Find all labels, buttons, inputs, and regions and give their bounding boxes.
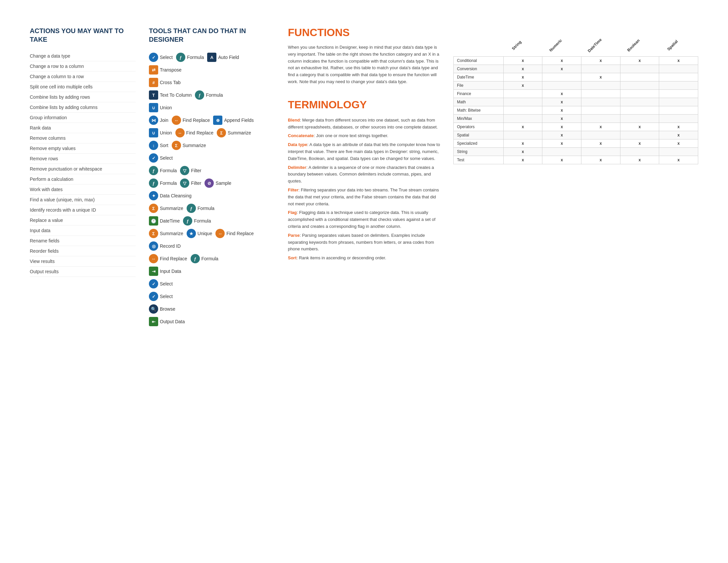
tool-item: ✓Select: [149, 279, 173, 289]
tool-item: ⇄Transpose: [149, 65, 182, 74]
tool-icon: ƒ: [195, 90, 204, 100]
tool-label: Find Replace: [160, 256, 187, 261]
term-entry: Sort: Rank items in ascending or descend…: [288, 255, 440, 261]
tool-label: Find Replace: [186, 130, 214, 135]
table-cell: x: [620, 156, 659, 164]
tool-icon: ↔: [172, 116, 181, 125]
tool-row: ↔Find ReplaceƒFormula: [149, 252, 275, 265]
term-label: Flag: [288, 210, 297, 215]
action-item: Group information: [30, 113, 136, 123]
term-definition: : Rank items in ascending or descending …: [296, 255, 386, 260]
table-row: Min/Maxx: [454, 114, 698, 122]
term-definition: : Merge data from different sources into…: [288, 117, 438, 129]
table-row: Filex: [454, 81, 698, 89]
action-item: Change a column to a row: [30, 71, 136, 82]
term-definition: : Parsing separates values based on deli…: [288, 233, 434, 252]
tool-icon: ↔: [149, 254, 158, 263]
table-cell: x: [542, 98, 581, 106]
tool-item: ƒFormula: [176, 53, 204, 62]
action-item: Output results: [30, 266, 136, 277]
tool-item: #Cross Tab: [149, 78, 181, 87]
term-entry: Data type: A data type is an attribute o…: [288, 141, 440, 162]
action-item: Replace a value: [30, 215, 136, 225]
tool-label: Auto Field: [218, 55, 239, 60]
tool-row: ✓Select: [149, 152, 275, 164]
tool-item: ✓Select: [149, 153, 173, 163]
actions-list: Change a data typeChange a row to a colu…: [30, 51, 136, 277]
row-label: Math: Bitwise: [454, 106, 504, 114]
tool-icon: ∪: [149, 103, 158, 112]
col-label: Spatial: [664, 36, 681, 54]
table-cell: x: [542, 114, 581, 122]
table-cell: x: [503, 139, 542, 147]
table-cell: [659, 73, 698, 81]
row-label: Operators: [454, 122, 504, 131]
table-col-header: Numeric: [542, 26, 581, 56]
tool-item: ⊘Sample: [205, 178, 231, 188]
table-cell: [581, 114, 620, 122]
table-row: Financex: [454, 89, 698, 98]
tool-row: ƒFormula▽Filter⊘Sample: [149, 177, 275, 189]
action-item: Work with dates: [30, 184, 136, 195]
tool-row: #Cross Tab: [149, 76, 275, 89]
tool-row: 🔍Browse: [149, 303, 275, 315]
tool-label: Cross Tab: [160, 80, 181, 85]
table-cell: x: [659, 156, 698, 164]
tool-item: ▽Filter: [180, 166, 201, 175]
action-item: Identify records with a unique ID: [30, 205, 136, 215]
table-row: Conversionxx: [454, 65, 698, 73]
tool-row: ↕SortΣSummarize: [149, 139, 275, 152]
tool-label: Join: [160, 117, 168, 123]
table-row: Stringx: [454, 147, 698, 156]
table-cell: x: [620, 56, 659, 65]
table-cell: x: [503, 81, 542, 89]
tool-icon: ⇄: [149, 65, 158, 74]
row-label: String: [454, 147, 504, 156]
col-label: Numeric: [547, 36, 564, 54]
table-cell: [581, 147, 620, 156]
tool-item: ƒFormula: [183, 216, 211, 225]
functions-table-column: StringNumericDateTimeBooleanSpatialCondi…: [453, 26, 698, 543]
term-entry: Filter: Filtering separates your data in…: [288, 187, 440, 207]
table-cell: x: [542, 65, 581, 73]
action-item: Split one cell into multiple cells: [30, 82, 136, 92]
tool-label: Text To Column: [160, 92, 192, 98]
tool-label: Record ID: [160, 243, 181, 249]
tool-icon: ⋈: [149, 116, 158, 125]
tool-row: ΣSummarizeƒFormula: [149, 202, 275, 214]
tool-item: ∪Union: [149, 128, 172, 137]
row-label: Min/Max: [454, 114, 504, 122]
tool-row: TText To ColumnƒFormula: [149, 89, 275, 101]
tool-icon: ƒ: [149, 178, 158, 188]
table-cell: x: [503, 65, 542, 73]
row-label: Finance: [454, 89, 504, 98]
term-label: Parse: [288, 233, 299, 238]
action-item: View results: [30, 256, 136, 266]
tool-item: ⋈Join: [149, 116, 168, 125]
tool-row: ƒFormula▽Filter: [149, 164, 275, 177]
table-row: Testxxxxx: [454, 156, 698, 164]
table-cell: [503, 89, 542, 98]
term-definition: : A delimiter is a sequence of one or mo…: [288, 165, 434, 184]
tool-row: ΣSummarize★Unique↔Find Replace: [149, 227, 275, 240]
tool-icon: ƒ: [187, 204, 196, 213]
table-cell: x: [581, 139, 620, 147]
tool-item: ✓Select: [149, 292, 173, 301]
term-label: Blend: [288, 117, 300, 122]
terminology-section: TERMINOLOGY Blend: Merge data from diffe…: [288, 99, 440, 261]
table-cell: x: [503, 56, 542, 65]
table-cell: x: [503, 147, 542, 156]
term-label: Filter: [288, 187, 298, 192]
tool-item: ⇤Output Data: [149, 317, 185, 326]
table-cell: x: [542, 106, 581, 114]
tool-item: ∪Union: [149, 103, 172, 112]
table-cell: [620, 106, 659, 114]
functions-table-wrap: StringNumericDateTimeBooleanSpatialCondi…: [453, 26, 698, 164]
action-item: Change a row to a column: [30, 61, 136, 71]
tool-label: Sample: [215, 180, 231, 186]
table-cell: x: [542, 131, 581, 139]
tool-icon: ↔: [215, 229, 225, 238]
tool-label: Select: [160, 55, 173, 60]
table-cell: x: [542, 89, 581, 98]
tools-column: TOOLS THAT CAN DO THAT IN DESIGNER ✓Sele…: [149, 26, 275, 543]
